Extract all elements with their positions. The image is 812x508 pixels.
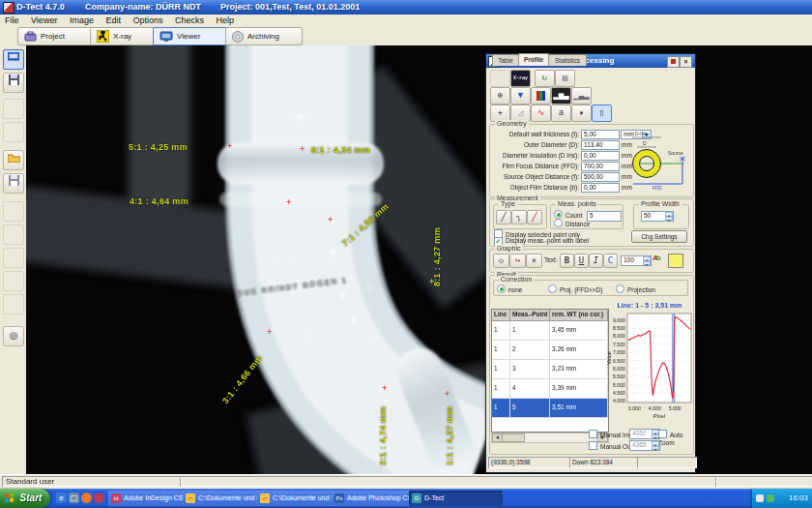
profile-chart[interactable]: 9.0008.5008.0007.5007.0006.5006.0005.500… [606,310,693,426]
table-header-cell[interactable]: Line [492,310,510,320]
quicklaunch-ie-icon[interactable]: e [56,493,67,503]
table-row[interactable]: 153,51 mm [492,399,608,418]
correction-none-radio[interactable]: none [497,284,522,294]
outer-diameter-input[interactable]: 113,40 [581,140,620,150]
scroll-thumb[interactable] [502,433,525,442]
tray-icon-2[interactable] [767,494,774,502]
font-size-spinner[interactable]: 100 [621,255,652,266]
measurement-point-marker[interactable]: + [382,386,387,391]
underline-button[interactable]: U [574,254,589,268]
project-button[interactable]: Project [17,27,95,45]
red-line-tool-icon[interactable]: ╱ [527,210,542,224]
redo-icon[interactable]: ↪ [509,254,526,268]
edit-graphic-icon[interactable]: ◇ [493,254,509,268]
save-icon[interactable] [3,73,24,93]
rgb-colors-icon[interactable] [531,87,551,105]
measurement-point-marker[interactable]: + [445,392,450,397]
rotate-text-button[interactable]: C [603,254,618,268]
measurement-point-marker[interactable]: + [429,280,434,284]
histogram-icon[interactable]: ▂▅▃ [551,87,571,105]
object-film-distance-input[interactable]: 0,00 [581,183,620,193]
font-color-icon[interactable]: Ab [652,254,665,266]
menu-viewer[interactable]: Viewer [26,15,62,26]
measurement-label[interactable]: 2:1 : 4,74 mm [378,406,388,465]
manual-inner-spinner[interactable]: 4050 [629,429,660,439]
menu-image[interactable]: Image [65,15,99,26]
measurement-table[interactable]: LineMeas.-Pointrem. WT (no cor.)113,45 m… [491,309,609,433]
measurement-point-marker[interactable]: + [227,144,232,149]
dtect-icon: D [412,493,421,503]
italic-button[interactable]: I [589,254,603,268]
menu-file[interactable]: File [0,15,24,26]
measurement-point-marker[interactable]: + [300,147,304,152]
task-dtect[interactable]: DD-Tect [409,491,503,506]
correction-projection-radio[interactable]: Projection [616,284,655,294]
table-cell: 1 [492,321,510,340]
dlg-xray-mode-icon[interactable]: X-ray [510,70,531,87]
measurement-label[interactable]: 1:1 : 4,27 mm [445,406,454,465]
correction-proj-ffd-radio[interactable]: Proj. (FFD>>D) [548,284,602,294]
manual-outer-spinner[interactable]: 4365 [629,440,660,451]
measurement-label[interactable]: 4:1 : 4,64 mm [130,196,188,206]
refresh-icon[interactable]: ↻ [535,70,555,87]
display-settings-icon[interactable]: ▣ [571,105,592,122]
delete-icon[interactable]: × [526,254,542,268]
profile-line-icon[interactable]: ∿ [531,105,551,122]
measurement-point-marker[interactable]: + [328,218,333,223]
measurement-point-marker[interactable]: + [286,200,291,205]
xray-button[interactable]: X-ray [90,27,160,45]
measurement-label[interactable]: 3:1 : 4,66 mm [220,353,264,405]
table-header-cell[interactable]: rem. WT (no cor.) [550,310,608,320]
task-photoshop[interactable]: PsAdobe Photoshop CS... [332,491,420,506]
profile-width-spinner[interactable]: 50 [641,211,674,222]
tab-profile[interactable]: Profile [518,53,549,66]
start-button[interactable]: Start [0,489,50,508]
bold-button[interactable]: B [560,254,574,268]
tray-icon-1[interactable] [756,494,764,502]
text-annotation-icon[interactable]: a [551,105,571,122]
measurement-label[interactable]: 5:1 : 4,25 mm [129,142,188,152]
measurement-point-marker[interactable]: + [267,330,272,335]
tab-statistics[interactable]: Statistics [548,54,587,66]
menu-edit[interactable]: Edit [101,15,126,26]
menu-checks[interactable]: Checks [170,15,209,26]
dialog-close-button[interactable]: × [680,56,692,68]
quicklaunch-desktop-icon[interactable]: ▢ [69,493,79,503]
line-tool-icon[interactable]: ╱ [496,210,511,224]
diameter-insulation-input[interactable]: 0,00 [581,151,620,161]
save-as-icon[interactable] [3,173,24,194]
levels-icon[interactable]: ▁▃▂ [571,87,592,105]
open-folder-icon[interactable] [3,150,24,170]
chg-settings-button[interactable]: Chg Settings [631,230,687,243]
delete-annotation-icon[interactable]: ▯ [592,105,612,122]
table-row[interactable]: 143,39 mm [492,379,608,399]
tab-table[interactable]: Table [492,54,519,66]
copy-image-icon[interactable]: ▤ [555,70,575,87]
count-input[interactable]: 5 [587,211,622,222]
menu-options[interactable]: Options [128,15,167,26]
table-header-cell[interactable]: Meas.-Point [510,310,550,320]
ffd-input[interactable]: 700,00 [581,162,620,171]
menu-help[interactable]: Help [212,15,240,26]
wall-thickness-input[interactable]: 5,00 [581,130,620,139]
source-object-distance-input[interactable]: 500,00 [581,172,620,182]
user-status: Standard user [2,476,182,487]
viewer-button[interactable]: Viewer [153,27,228,45]
archiving-button[interactable]: Archiving [225,27,303,45]
table-row[interactable]: 123,26 mm [492,341,608,360]
target-tool-icon[interactable]: ◎ [3,326,24,346]
measurement-label[interactable]: 7:1 : 4,56 mm [340,201,391,248]
quicklaunch-app-icon[interactable] [94,493,104,503]
table-row[interactable]: 113,45 mm [492,321,608,341]
auto-zoom-checkbox[interactable]: Auto Zoom [658,430,695,447]
filter-icon[interactable]: ▼ [510,87,531,105]
polyline-tool-icon[interactable]: ╮ [511,210,527,224]
measurement-label[interactable]: 6:1 : 4,34 mm [311,145,370,155]
zoom-icon[interactable]: ⊕ [490,87,510,105]
quicklaunch-browser-icon[interactable] [81,493,92,503]
table-cell: 3,51 mm [550,399,608,417]
viewer-mode-icon[interactable] [3,49,24,70]
distance-radio[interactable]: Distance [554,219,590,228]
color-swatch[interactable] [668,254,683,268]
table-row[interactable]: 133,23 mm [492,360,608,379]
